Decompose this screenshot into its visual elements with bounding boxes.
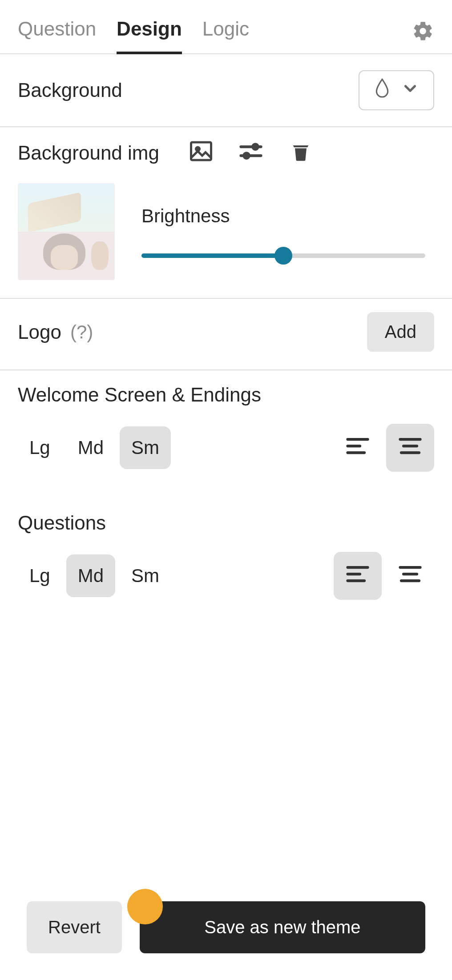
questions-size-md[interactable]: Md (66, 554, 115, 597)
brightness-label: Brightness (141, 205, 425, 227)
background-section: Background (0, 54, 452, 127)
sliders-icon (238, 138, 264, 169)
welcome-size-group: Lg Md Sm (18, 426, 171, 469)
questions-size-group: Lg Md Sm (18, 554, 171, 597)
tab-design[interactable]: Design (117, 9, 182, 53)
tabs: Question Design Logic (0, 9, 452, 54)
background-image-label: Background img (18, 142, 159, 164)
align-center-icon (397, 561, 424, 591)
save-theme-label: Save as new theme (204, 917, 360, 937)
settings-button[interactable] (412, 20, 434, 42)
gear-icon (412, 20, 434, 42)
trash-icon (289, 140, 312, 167)
chevron-down-icon (401, 79, 420, 102)
tab-logic[interactable]: Logic (202, 9, 249, 53)
background-image-thumbnail[interactable] (18, 183, 115, 280)
logo-label: Logo (18, 321, 61, 343)
questions-heading: Questions (18, 512, 434, 534)
image-icon (188, 138, 214, 169)
questions-size-sm[interactable]: Sm (120, 554, 171, 597)
questions-section: Questions Lg Md Sm (0, 498, 452, 618)
svg-point-3 (253, 144, 258, 149)
logo-add-button[interactable]: Add (367, 312, 434, 352)
welcome-size-sm[interactable]: Sm (120, 426, 171, 469)
welcome-align-center[interactable] (386, 424, 434, 472)
welcome-size-lg[interactable]: Lg (18, 426, 62, 469)
welcome-heading: Welcome Screen & Endings (18, 384, 434, 406)
logo-help[interactable]: (?) (70, 321, 93, 343)
welcome-align-left[interactable] (334, 424, 382, 472)
image-delete-button[interactable] (288, 141, 313, 165)
align-center-icon (397, 433, 424, 463)
welcome-size-md[interactable]: Md (66, 426, 115, 469)
questions-align-center[interactable] (386, 552, 434, 600)
brightness-slider[interactable] (141, 253, 425, 258)
logo-section: Logo (?) Add (0, 299, 452, 370)
revert-button[interactable]: Revert (27, 901, 122, 953)
background-image-section: Background img (0, 127, 452, 299)
background-color-dropdown[interactable] (359, 70, 434, 110)
tab-question[interactable]: Question (18, 9, 96, 53)
questions-align-left[interactable] (334, 552, 382, 600)
highlight-dot-icon (127, 889, 163, 924)
image-settings-button[interactable] (238, 141, 263, 165)
image-picker-button[interactable] (189, 141, 214, 165)
questions-align-group (334, 552, 434, 600)
welcome-align-group (334, 424, 434, 472)
svg-rect-0 (191, 142, 211, 160)
background-label: Background (18, 79, 122, 101)
footer: Revert Save as new theme (0, 875, 452, 980)
svg-point-5 (244, 153, 249, 158)
slider-knob[interactable] (274, 247, 292, 265)
align-left-icon (344, 433, 371, 463)
save-theme-button[interactable]: Save as new theme (140, 901, 425, 953)
questions-size-lg[interactable]: Lg (18, 554, 62, 597)
droplet-icon (374, 78, 391, 103)
align-left-icon (344, 561, 371, 591)
welcome-section: Welcome Screen & Endings Lg Md Sm (0, 370, 452, 498)
